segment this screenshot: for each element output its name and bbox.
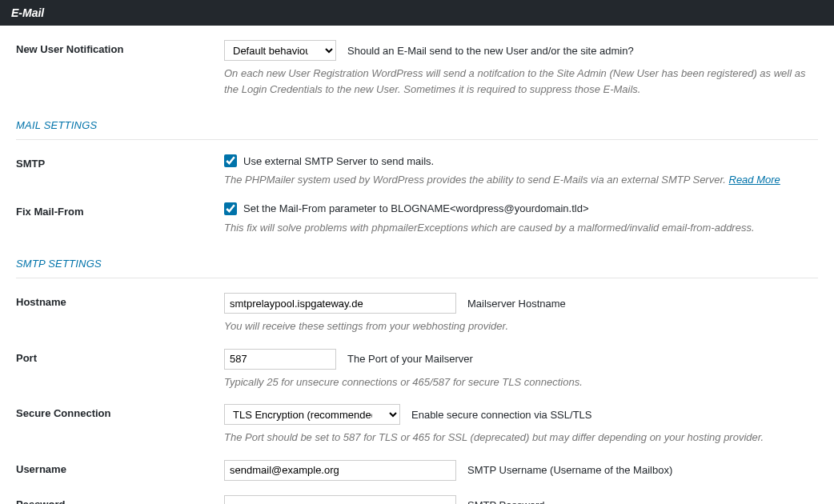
port-desc: Typically 25 for unsecure connections or… (224, 374, 818, 390)
panel-header: E-Mail (0, 0, 834, 26)
hostname-hint: Mailserver Hostname (467, 298, 566, 310)
hostname-desc: You will receive these settings from you… (224, 318, 818, 334)
label-fix-mail-from: Fix Mail-From (16, 202, 224, 218)
fix-mail-from-desc: This fix will solve problems with phpmai… (224, 220, 818, 236)
label-port: Port (16, 349, 224, 364)
smtp-checkbox-label: Use external SMTP Server to send mails. (243, 155, 434, 167)
fix-mail-from-checkbox-label: Set the Mail-From parameter to BLOGNAME<… (243, 202, 589, 214)
label-secure-connection: Secure Connection (16, 404, 224, 419)
row-hostname: Hostname Mailserver Hostname You will re… (16, 278, 818, 334)
panel-title: E-Mail (11, 6, 44, 19)
smtp-read-more-link[interactable]: Read More (729, 174, 780, 186)
row-smtp: SMTP Use external SMTP Server to send ma… (16, 140, 818, 188)
settings-form: New User Notification Default behaviour … (0, 26, 834, 504)
new-user-notification-desc: On each new User Registration WordPress … (224, 66, 818, 97)
fix-mail-from-checkbox[interactable] (224, 202, 237, 215)
smtp-checkbox[interactable] (224, 154, 237, 167)
hostname-input[interactable] (224, 293, 456, 314)
secure-connection-select[interactable]: TLS Encryption (recommended) (224, 404, 400, 425)
row-new-user-notification: New User Notification Default behaviour … (16, 26, 818, 97)
new-user-notification-hint: Should an E-Mail send to the new User an… (347, 45, 634, 57)
row-password: Password SMTP Password (16, 481, 818, 505)
row-fix-mail-from: Fix Mail-From Set the Mail-From paramete… (16, 188, 818, 236)
port-input[interactable] (224, 349, 336, 370)
label-new-user-notification: New User Notification (16, 40, 224, 55)
secure-connection-hint: Enable secure connection via SSL/TLS (411, 409, 591, 421)
port-hint: The Port of your Mailserver (347, 353, 473, 365)
password-input[interactable] (224, 495, 456, 505)
smtp-desc: The PHPMailer system used by WordPress p… (224, 172, 818, 188)
row-port: Port The Port of your Mailserver Typical… (16, 334, 818, 390)
password-hint: SMTP Password (467, 499, 545, 504)
label-hostname: Hostname (16, 293, 224, 308)
new-user-notification-select[interactable]: Default behaviour (224, 40, 336, 61)
label-password: Password (16, 495, 224, 505)
section-mail-settings: MAIL SETTINGS (16, 119, 818, 136)
row-secure-connection: Secure Connection TLS Encryption (recomm… (16, 390, 818, 446)
label-smtp: SMTP (16, 154, 224, 170)
row-username: Username SMTP Username (Username of the … (16, 446, 818, 481)
username-hint: SMTP Username (Username of the Mailbox) (467, 464, 672, 476)
label-username: Username (16, 460, 224, 475)
username-input[interactable] (224, 460, 456, 481)
secure-connection-desc: The Port should be set to 587 for TLS or… (224, 430, 818, 446)
section-smtp-settings: SMTP SETTINGS (16, 258, 818, 274)
